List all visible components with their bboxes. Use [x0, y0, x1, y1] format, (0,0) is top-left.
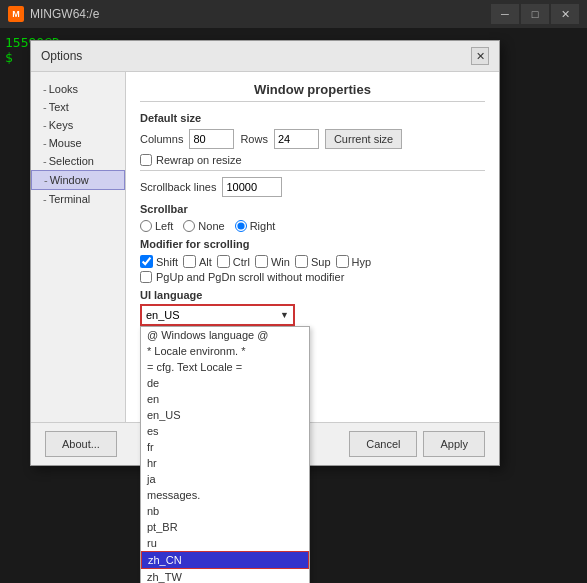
dialog-close-button[interactable]: ✕ — [471, 47, 489, 65]
sidebar-item-terminal[interactable]: Terminal — [31, 190, 125, 208]
title-bar: M MINGW64:/e ─ □ ✕ — [0, 0, 587, 28]
pgup-checkbox[interactable] — [140, 271, 152, 283]
app-icon: M — [8, 6, 24, 22]
rewrap-checkbox[interactable] — [140, 154, 152, 166]
pgup-label: PgUp and PgDn scroll without modifier — [156, 271, 344, 283]
columns-label: Columns — [140, 133, 183, 145]
size-row: Columns Rows Current size — [140, 129, 485, 149]
lang-item-hr[interactable]: hr — [141, 455, 309, 471]
lang-item-fr[interactable]: fr — [141, 439, 309, 455]
dialog-title-bar: Options ✕ — [31, 41, 499, 72]
lang-item-ru[interactable]: ru — [141, 535, 309, 551]
divider-1 — [140, 170, 485, 171]
selected-language: en_US — [146, 309, 180, 321]
scrollback-input[interactable] — [222, 177, 282, 197]
shift-checkbox[interactable] — [140, 255, 153, 268]
lang-item-pt_BR[interactable]: pt_BR — [141, 519, 309, 535]
about-button[interactable]: About... — [45, 431, 117, 457]
minimize-button[interactable]: ─ — [491, 4, 519, 24]
left-radio[interactable] — [140, 220, 152, 232]
default-size-label: Default size — [140, 112, 485, 124]
sidebar: Looks Text Keys Mouse Selection Window T… — [31, 72, 126, 422]
hyp-checkbox[interactable] — [336, 255, 349, 268]
maximize-button[interactable]: □ — [521, 4, 549, 24]
alt-checkbox[interactable] — [183, 255, 196, 268]
footer-right-buttons: Cancel Apply — [349, 431, 485, 457]
scrollback-row: Scrollback lines — [140, 177, 485, 197]
win-checkbox[interactable] — [255, 255, 268, 268]
sup-checkbox[interactable] — [295, 255, 308, 268]
lang-item-en_US[interactable]: en_US — [141, 407, 309, 423]
shift-check-label: Shift — [140, 255, 178, 268]
sidebar-item-window[interactable]: Window — [31, 170, 125, 190]
title-bar-text: MINGW64:/e — [30, 7, 491, 21]
modifier-label: Modifier for scrolling — [140, 238, 485, 250]
cancel-button[interactable]: Cancel — [349, 431, 417, 457]
lang-item-messages[interactable]: messages. — [141, 487, 309, 503]
scrollbar-label: Scrollbar — [140, 203, 485, 215]
lang-item-cfg[interactable]: = cfg. Text Locale = — [141, 359, 309, 375]
lang-item-zh_CN[interactable]: zh_CN — [141, 551, 309, 569]
dropdown-arrow-icon: ▼ — [280, 310, 289, 320]
dialog-body: Looks Text Keys Mouse Selection Window T… — [31, 72, 499, 422]
ctrl-checkbox[interactable] — [217, 255, 230, 268]
sidebar-item-keys[interactable]: Keys — [31, 116, 125, 134]
language-dropdown[interactable]: en_US ▼ — [140, 304, 295, 326]
title-bar-controls: ─ □ ✕ — [491, 4, 579, 24]
language-dropdown-container: en_US ▼ @ Windows language @ * Locale en… — [140, 304, 295, 326]
scrollback-label: Scrollback lines — [140, 181, 216, 193]
dialog-title: Options — [41, 49, 82, 63]
alt-check-label: Alt — [183, 255, 212, 268]
lang-item-de[interactable]: de — [141, 375, 309, 391]
columns-input[interactable] — [189, 129, 234, 149]
sidebar-item-looks[interactable]: Looks — [31, 80, 125, 98]
none-radio[interactable] — [183, 220, 195, 232]
lang-item-locale[interactable]: * Locale environm. * — [141, 343, 309, 359]
ctrl-check-label: Ctrl — [217, 255, 250, 268]
window-close-button[interactable]: ✕ — [551, 4, 579, 24]
rewrap-row: Rewrap on resize — [140, 154, 485, 166]
rows-label: Rows — [240, 133, 268, 145]
sidebar-item-text[interactable]: Text — [31, 98, 125, 116]
rewrap-label: Rewrap on resize — [156, 154, 242, 166]
section-title: Window properties — [140, 82, 485, 102]
lang-item-es[interactable]: es — [141, 423, 309, 439]
modifier-group: Shift Alt Ctrl Win Sup — [140, 255, 485, 268]
sidebar-item-selection[interactable]: Selection — [31, 152, 125, 170]
win-check-label: Win — [255, 255, 290, 268]
lang-item-zh_TW[interactable]: zh_TW — [141, 569, 309, 583]
sup-check-label: Sup — [295, 255, 331, 268]
lang-item-windows[interactable]: @ Windows language @ — [141, 327, 309, 343]
main-content: Window properties Default size Columns R… — [126, 72, 499, 422]
right-radio[interactable] — [235, 220, 247, 232]
rows-input[interactable] — [274, 129, 319, 149]
scrollbar-group: Left None Right — [140, 220, 485, 232]
ui-lang-label: UI language — [140, 289, 485, 301]
none-radio-label: None — [183, 220, 224, 232]
language-dropdown-list: @ Windows language @ * Locale environm. … — [140, 326, 310, 583]
sidebar-item-mouse[interactable]: Mouse — [31, 134, 125, 152]
right-radio-label: Right — [235, 220, 276, 232]
hyp-check-label: Hyp — [336, 255, 372, 268]
options-dialog: Options ✕ Looks Text Keys Mouse Selectio… — [30, 40, 500, 466]
lang-item-nb[interactable]: nb — [141, 503, 309, 519]
lang-item-ja[interactable]: ja — [141, 471, 309, 487]
left-radio-label: Left — [140, 220, 173, 232]
current-size-button[interactable]: Current size — [325, 129, 402, 149]
pgup-row: PgUp and PgDn scroll without modifier — [140, 271, 485, 283]
lang-item-en[interactable]: en — [141, 391, 309, 407]
apply-button[interactable]: Apply — [423, 431, 485, 457]
